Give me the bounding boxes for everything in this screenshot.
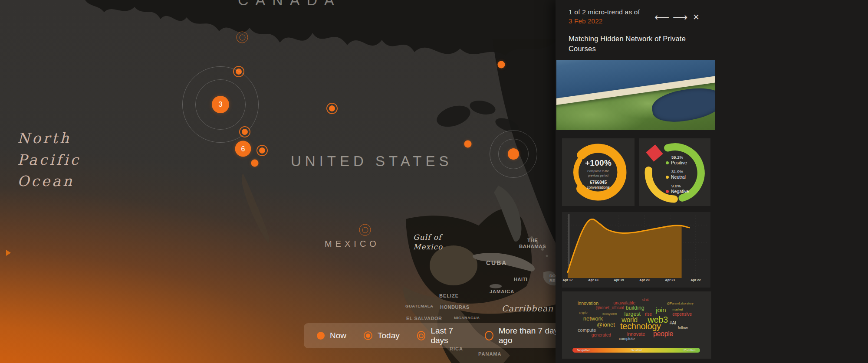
map-marker-now[interactable] xyxy=(464,141,472,148)
wordcloud: innovationunavailableshit@ParamLaborator… xyxy=(568,296,705,343)
growth-card-center: +100% Compared to the previous period 67… xyxy=(562,158,635,190)
map-label-north: North Pacific Ocean xyxy=(17,128,81,192)
marker-week-icon[interactable] xyxy=(237,32,248,43)
map-label-gulf-of: Gulf of Mexico xyxy=(413,232,443,252)
wordcloud-word-technology: technology xyxy=(620,322,661,330)
wordcloud-word-generated: generated xyxy=(592,333,611,337)
wordcloud-word-ecosystem: ecosystem xyxy=(602,312,617,315)
next-trend-button[interactable]: ⟶ xyxy=(673,12,687,23)
map-label-the: THE BAHAMAS xyxy=(519,238,546,250)
trend-date: 3 Feb 2022 xyxy=(569,17,602,25)
marker-today-icon[interactable] xyxy=(326,103,338,114)
trend-pager-text: 1 of 2 micro-trend as of xyxy=(569,8,640,16)
map-marker-cluster[interactable]: 3 xyxy=(212,96,229,113)
sentiment-label: Neutral xyxy=(671,174,686,180)
trend-chart-x-axis: Apr 17Apr 18Apr 19Apr 20Apr 21Apr 22 xyxy=(562,278,710,287)
map-marker-now[interactable] xyxy=(498,61,505,69)
map-marker-week[interactable] xyxy=(359,224,371,236)
sentiment-label: Positive xyxy=(671,160,687,165)
map-legend: NowTodayLast 7 daysMore than 7 days ago xyxy=(304,323,582,348)
map-marker-today[interactable] xyxy=(326,103,338,114)
sentiment-value: 59.2% xyxy=(671,155,689,160)
legend-label: Today xyxy=(378,331,400,340)
marker-halo-ring xyxy=(490,130,537,178)
sentiment-card: 59.2%Positive31.9%Neutral9.0%Negative xyxy=(639,138,710,206)
marker-now-icon[interactable] xyxy=(498,61,505,69)
wordcloud-word-innovation: innovation xyxy=(578,301,598,306)
wordcloud-card: innovationunavailableshit@ParamLaborator… xyxy=(562,291,711,359)
x-tick-label: Apr 20 xyxy=(639,278,649,282)
wordcloud-word-paramlaboratory: @ParamLaboratory xyxy=(667,302,694,305)
x-tick-label: Apr 19 xyxy=(614,278,624,282)
map-label-el-salvador: EL SALVADOR xyxy=(406,316,442,321)
prev-trend-button[interactable]: ⟵ xyxy=(654,12,669,23)
legend-item-today: Today xyxy=(364,331,400,340)
sentiment-value: 31.9% xyxy=(671,169,689,174)
wordcloud-word-expensive: expensive xyxy=(672,312,692,317)
x-tick-label: Apr 18 xyxy=(588,278,598,282)
scale-label-neutral: Neutral xyxy=(631,348,642,352)
marker-cluster-count[interactable]: 6 xyxy=(235,141,251,157)
legend-item-now: Now xyxy=(317,331,346,340)
wordcloud-word-crypto: crypto xyxy=(579,311,587,314)
x-tick-label: Apr 22 xyxy=(690,278,700,282)
sentiment-dot-icon xyxy=(666,176,669,179)
wordcloud-word-market: market xyxy=(672,308,683,311)
great-lake-shape xyxy=(469,98,497,117)
sentiment-label: Negative xyxy=(671,189,689,194)
legend-item-last-7-days: Last 7 days xyxy=(417,326,467,345)
wordcloud-word-follow: follow xyxy=(678,326,688,330)
marker-cluster-count[interactable]: 3 xyxy=(212,96,229,113)
scale-label-negative: Negative xyxy=(577,348,591,352)
close-panel-button[interactable]: ✕ xyxy=(693,13,700,21)
map-label-guatemala: GUATEMALA xyxy=(405,304,433,308)
wordcloud-word-join: join xyxy=(656,307,666,313)
app-window: CANADAUNITED STATESMEXICONorth Pacific O… xyxy=(0,0,868,363)
map-label-nicaragua: NICARAGUA xyxy=(454,316,480,320)
scale-label-positive: Positive xyxy=(684,348,696,352)
growth-count: 6766045 xyxy=(562,180,635,185)
growth-card: +100% Compared to the previous period 67… xyxy=(562,138,635,206)
growth-value: +100% xyxy=(562,158,635,168)
map-label-haiti: HAITI xyxy=(514,277,527,282)
trend-hero-image xyxy=(556,60,715,130)
map-marker-cluster[interactable]: 6 xyxy=(235,141,251,157)
map-marker-today[interactable] xyxy=(239,126,250,137)
wordcloud-word-innovate: innovate xyxy=(627,332,645,337)
map-marker-week[interactable] xyxy=(237,32,248,43)
wordcloud-word-building: building xyxy=(626,305,644,311)
map-edge-arrow-icon[interactable] xyxy=(6,250,11,256)
map-label-panama: PANAMA xyxy=(478,351,501,357)
growth-count-unit: conversations xyxy=(562,185,635,190)
wordcloud-word-ionet: @ionet xyxy=(597,322,615,327)
sentiment-legend: 59.2%Positive31.9%Neutral9.0%Negative xyxy=(666,155,689,198)
legend-label: Last 7 days xyxy=(431,326,467,345)
trend-chart-card: Apr 17Apr 18Apr 19Apr 20Apr 21Apr 22 xyxy=(562,212,710,288)
map-label-canada: CANADA xyxy=(238,0,341,9)
marker-today-icon[interactable] xyxy=(239,126,250,137)
wordcloud-word-network: network xyxy=(583,316,603,321)
map-label-jamaica: JAMAICA xyxy=(490,289,514,294)
marker-today-icon[interactable] xyxy=(256,145,268,156)
baja-california-shape xyxy=(242,173,270,243)
legend-older-icon xyxy=(485,331,493,340)
marker-week-icon[interactable] xyxy=(359,224,371,236)
map-label-cuba: CUBA xyxy=(486,259,507,267)
great-lake-shape xyxy=(434,102,473,131)
map-label-united-states: UNITED STATES xyxy=(291,153,452,170)
marker-now-icon[interactable] xyxy=(251,160,259,167)
map-marker-today[interactable] xyxy=(256,145,268,156)
jamaica-shape xyxy=(490,284,502,288)
map-marker-now[interactable] xyxy=(251,160,259,167)
sentiment-dot-icon xyxy=(666,161,669,164)
map-label-honduras: HONDURAS xyxy=(440,304,470,310)
trend-area-chart xyxy=(562,212,710,278)
wordcloud-word-compute: compute xyxy=(578,328,596,333)
sentiment-row-positive: 59.2%Positive xyxy=(666,155,689,165)
map-label-belize: BELIZE xyxy=(439,293,459,299)
sentiment-row-negative: 9.0%Negative xyxy=(666,183,689,194)
marker-now-icon[interactable] xyxy=(464,141,472,148)
x-tick-label: Apr 21 xyxy=(665,278,675,282)
sentiment-scale-bar: NegativeNeutralPositive xyxy=(572,348,700,353)
map-marker-now[interactable] xyxy=(508,148,519,160)
